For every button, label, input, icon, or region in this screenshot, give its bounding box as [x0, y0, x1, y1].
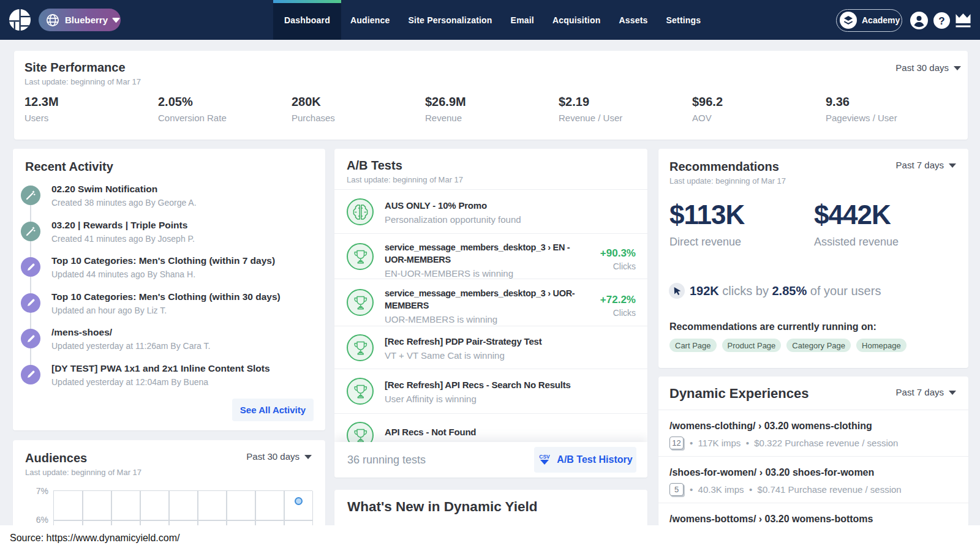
- svg-text:CSV: CSV: [540, 454, 551, 460]
- svg-text:?: ?: [938, 15, 944, 26]
